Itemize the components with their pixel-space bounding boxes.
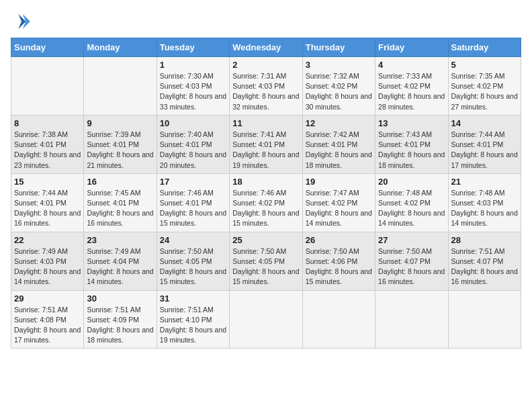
- day-number: 28: [451, 235, 518, 245]
- weekday-header-row: SundayMondayTuesdayWednesdayThursdayFrid…: [11, 38, 521, 57]
- day-number: 29: [14, 293, 81, 304]
- day-number: 21: [451, 177, 518, 187]
- day-info: Sunrise: 7:43 AMSunset: 4:01 PMDaylight:…: [378, 130, 445, 171]
- day-number: 11: [232, 118, 299, 128]
- calendar-cell: 12Sunrise: 7:42 AMSunset: 4:01 PMDayligh…: [302, 115, 375, 173]
- calendar-cell: 2Sunrise: 7:31 AMSunset: 4:03 PMDaylight…: [230, 57, 302, 116]
- logo-icon: [11, 11, 32, 32]
- calendar-cell: 10Sunrise: 7:40 AMSunset: 4:01 PMDayligh…: [157, 115, 229, 173]
- day-info: Sunrise: 7:32 AMSunset: 4:02 PMDaylight:…: [306, 71, 372, 112]
- day-info: Sunrise: 7:31 AMSunset: 4:03 PMDaylight:…: [232, 71, 299, 112]
- calendar-cell: 5Sunrise: 7:35 AMSunset: 4:02 PMDaylight…: [448, 57, 521, 116]
- day-number: 2: [232, 60, 299, 70]
- calendar-cell: 26Sunrise: 7:50 AMSunset: 4:06 PMDayligh…: [302, 232, 375, 290]
- weekday-header-tuesday: Tuesday: [157, 38, 229, 57]
- day-info: Sunrise: 7:49 AMSunset: 4:04 PMDaylight:…: [87, 246, 153, 287]
- weekday-header-thursday: Thursday: [302, 38, 375, 57]
- day-number: 5: [451, 60, 518, 70]
- day-info: Sunrise: 7:50 AMSunset: 4:05 PMDaylight:…: [160, 246, 226, 287]
- day-number: 4: [378, 60, 445, 70]
- weekday-header-friday: Friday: [375, 38, 448, 57]
- calendar-cell: 24Sunrise: 7:50 AMSunset: 4:05 PMDayligh…: [157, 232, 229, 290]
- calendar-cell: 27Sunrise: 7:50 AMSunset: 4:07 PMDayligh…: [375, 232, 448, 290]
- day-number: 3: [306, 60, 372, 70]
- day-info: Sunrise: 7:46 AMSunset: 4:02 PMDaylight:…: [232, 188, 299, 229]
- calendar-cell: 19Sunrise: 7:47 AMSunset: 4:02 PMDayligh…: [302, 173, 375, 232]
- calendar-cell: 18Sunrise: 7:46 AMSunset: 4:02 PMDayligh…: [230, 173, 302, 232]
- day-info: Sunrise: 7:30 AMSunset: 4:03 PMDaylight:…: [160, 71, 226, 112]
- calendar-cell: 16Sunrise: 7:45 AMSunset: 4:01 PMDayligh…: [84, 173, 157, 232]
- day-number: 13: [378, 118, 445, 128]
- weekday-header-saturday: Saturday: [448, 38, 521, 57]
- calendar-cell: 22Sunrise: 7:49 AMSunset: 4:03 PMDayligh…: [11, 232, 84, 290]
- calendar-cell: [84, 57, 157, 116]
- calendar-cell: 23Sunrise: 7:49 AMSunset: 4:04 PMDayligh…: [84, 232, 157, 290]
- day-number: 9: [87, 118, 153, 128]
- calendar-cell: 13Sunrise: 7:43 AMSunset: 4:01 PMDayligh…: [375, 115, 448, 173]
- day-info: Sunrise: 7:45 AMSunset: 4:01 PMDaylight:…: [87, 188, 153, 229]
- calendar-cell: 20Sunrise: 7:48 AMSunset: 4:02 PMDayligh…: [375, 173, 448, 232]
- day-number: 20: [378, 177, 445, 187]
- day-info: Sunrise: 7:48 AMSunset: 4:03 PMDaylight:…: [451, 188, 518, 229]
- weekday-header-wednesday: Wednesday: [230, 38, 302, 57]
- day-number: 27: [378, 235, 445, 245]
- day-number: 26: [306, 235, 372, 245]
- day-number: 15: [14, 177, 81, 187]
- calendar-cell: [375, 290, 448, 349]
- day-number: 10: [160, 118, 226, 128]
- calendar-cell: 15Sunrise: 7:44 AMSunset: 4:01 PMDayligh…: [11, 173, 84, 232]
- calendar-cell: [11, 57, 84, 116]
- day-number: 14: [451, 118, 518, 128]
- calendar-cell: 14Sunrise: 7:44 AMSunset: 4:01 PMDayligh…: [448, 115, 521, 173]
- calendar-cell: 29Sunrise: 7:51 AMSunset: 4:08 PMDayligh…: [11, 290, 84, 349]
- calendar-cell: 11Sunrise: 7:41 AMSunset: 4:01 PMDayligh…: [230, 115, 302, 173]
- calendar-week-3: 22Sunrise: 7:49 AMSunset: 4:03 PMDayligh…: [11, 232, 521, 290]
- day-info: Sunrise: 7:39 AMSunset: 4:01 PMDaylight:…: [87, 130, 153, 171]
- calendar-cell: 9Sunrise: 7:39 AMSunset: 4:01 PMDaylight…: [84, 115, 157, 173]
- calendar-cell: 31Sunrise: 7:51 AMSunset: 4:10 PMDayligh…: [157, 290, 229, 349]
- day-number: 24: [160, 235, 226, 245]
- calendar-cell: 1Sunrise: 7:30 AMSunset: 4:03 PMDaylight…: [157, 57, 229, 116]
- day-info: Sunrise: 7:44 AMSunset: 4:01 PMDaylight:…: [14, 188, 81, 229]
- day-info: Sunrise: 7:40 AMSunset: 4:01 PMDaylight:…: [160, 130, 226, 171]
- calendar-cell: 25Sunrise: 7:50 AMSunset: 4:05 PMDayligh…: [230, 232, 302, 290]
- day-number: 16: [87, 177, 153, 187]
- day-info: Sunrise: 7:50 AMSunset: 4:05 PMDaylight:…: [232, 246, 299, 287]
- day-info: Sunrise: 7:51 AMSunset: 4:07 PMDaylight:…: [451, 246, 518, 287]
- day-info: Sunrise: 7:41 AMSunset: 4:01 PMDaylight:…: [232, 130, 299, 171]
- day-info: Sunrise: 7:38 AMSunset: 4:01 PMDaylight:…: [14, 130, 81, 171]
- day-info: Sunrise: 7:51 AMSunset: 4:08 PMDaylight:…: [14, 305, 81, 346]
- calendar-cell: 8Sunrise: 7:38 AMSunset: 4:01 PMDaylight…: [11, 115, 84, 173]
- day-info: Sunrise: 7:33 AMSunset: 4:02 PMDaylight:…: [378, 71, 445, 112]
- day-number: 31: [160, 293, 226, 304]
- calendar-table: SundayMondayTuesdayWednesdayThursdayFrid…: [11, 38, 521, 349]
- logo: [11, 11, 35, 32]
- day-number: 30: [87, 293, 153, 304]
- day-number: 19: [306, 177, 372, 187]
- calendar-cell: 4Sunrise: 7:33 AMSunset: 4:02 PMDaylight…: [375, 57, 448, 116]
- day-info: Sunrise: 7:35 AMSunset: 4:02 PMDaylight:…: [451, 71, 518, 112]
- day-number: 8: [14, 118, 81, 128]
- day-info: Sunrise: 7:48 AMSunset: 4:02 PMDaylight:…: [378, 188, 445, 229]
- day-info: Sunrise: 7:42 AMSunset: 4:01 PMDaylight:…: [306, 130, 372, 171]
- day-info: Sunrise: 7:51 AMSunset: 4:09 PMDaylight:…: [87, 305, 153, 346]
- day-info: Sunrise: 7:50 AMSunset: 4:06 PMDaylight:…: [306, 246, 372, 287]
- calendar-week-2: 15Sunrise: 7:44 AMSunset: 4:01 PMDayligh…: [11, 173, 521, 232]
- calendar-cell: 30Sunrise: 7:51 AMSunset: 4:09 PMDayligh…: [84, 290, 157, 349]
- calendar-week-4: 29Sunrise: 7:51 AMSunset: 4:08 PMDayligh…: [11, 290, 521, 349]
- day-number: 23: [87, 235, 153, 245]
- weekday-header-sunday: Sunday: [11, 38, 84, 57]
- calendar-cell: 28Sunrise: 7:51 AMSunset: 4:07 PMDayligh…: [448, 232, 521, 290]
- day-number: 25: [232, 235, 299, 245]
- day-number: 12: [306, 118, 372, 128]
- calendar-cell: [302, 290, 375, 349]
- day-info: Sunrise: 7:51 AMSunset: 4:10 PMDaylight:…: [160, 305, 226, 346]
- day-info: Sunrise: 7:47 AMSunset: 4:02 PMDaylight:…: [306, 188, 372, 229]
- day-number: 18: [232, 177, 299, 187]
- day-info: Sunrise: 7:44 AMSunset: 4:01 PMDaylight:…: [451, 130, 518, 171]
- calendar-cell: [230, 290, 302, 349]
- calendar-cell: 3Sunrise: 7:32 AMSunset: 4:02 PMDaylight…: [302, 57, 375, 116]
- day-info: Sunrise: 7:46 AMSunset: 4:01 PMDaylight:…: [160, 188, 226, 229]
- day-info: Sunrise: 7:49 AMSunset: 4:03 PMDaylight:…: [14, 246, 81, 287]
- calendar-week-0: 1Sunrise: 7:30 AMSunset: 4:03 PMDaylight…: [11, 57, 521, 116]
